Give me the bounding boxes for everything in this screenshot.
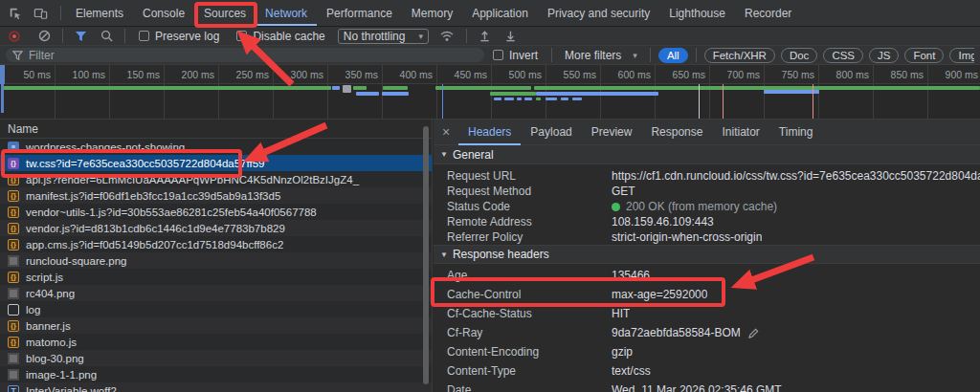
throttling-dropdown[interactable]: No throttling ▾ bbox=[338, 29, 429, 44]
request-row[interactable]: TInterVariable.woff2 bbox=[0, 382, 432, 392]
filter-chip-js[interactable]: JS bbox=[869, 48, 899, 63]
preserve-log-checkbox[interactable]: Preserve log bbox=[139, 30, 219, 43]
request-row[interactable]: {}script.js bbox=[0, 269, 432, 285]
detail-tab-preview[interactable]: Preview bbox=[582, 120, 642, 145]
request-row[interactable]: {}banner.js bbox=[0, 317, 432, 334]
ruler-tick-label: 600 ms bbox=[597, 69, 651, 80]
header-value: 108.159.46.109:443 bbox=[612, 215, 714, 229]
overview-request-bar bbox=[2, 86, 331, 90]
disable-cache-checkbox[interactable]: Disable cache bbox=[236, 30, 324, 43]
request-row[interactable]: log bbox=[0, 301, 432, 317]
detail-tab-initiator[interactable]: Initiator bbox=[712, 120, 768, 145]
tab-elements[interactable]: Elements bbox=[66, 0, 133, 26]
more-filters-dropdown[interactable]: More filters ▾ bbox=[565, 49, 637, 62]
script-icon: {} bbox=[8, 239, 19, 250]
section-header-general[interactable]: ▼ General bbox=[434, 145, 980, 164]
request-row[interactable]: {}vendor.js?id=d813b1cdb6c1446c1d9e4e778… bbox=[0, 220, 432, 236]
ruler-tick-label: 350 ms bbox=[324, 69, 378, 80]
detail-tab-headers[interactable]: Headers bbox=[458, 120, 521, 145]
tab-network[interactable]: Network bbox=[256, 0, 317, 26]
header-value: 200 OK (from memory cache) bbox=[612, 200, 777, 213]
request-row[interactable]: {}tw.css?id=7e635cea330cc5035722d804da57… bbox=[0, 155, 432, 171]
request-row[interactable]: runcloud-square.png bbox=[0, 252, 432, 269]
request-row[interactable]: ≡wordpress-changes-not-showing bbox=[0, 139, 432, 155]
export-har-icon[interactable] bbox=[504, 30, 517, 42]
import-har-icon[interactable] bbox=[479, 30, 491, 42]
request-name: log bbox=[26, 304, 40, 316]
overview-range-handle[interactable] bbox=[0, 65, 5, 84]
tab-application[interactable]: Application bbox=[462, 0, 538, 26]
overview-request-bar bbox=[383, 86, 408, 90]
filter-funnel-icon bbox=[12, 51, 23, 60]
divider bbox=[696, 48, 697, 62]
overview-event-line bbox=[442, 84, 443, 120]
chevron-down-icon: ▾ bbox=[418, 32, 423, 41]
request-name: runcloud-square.png bbox=[26, 255, 127, 267]
tab-privacy-and-security[interactable]: Privacy and security bbox=[538, 0, 659, 26]
header-row-date: DateWed, 11 Mar 2026 02:35:46 GMT bbox=[434, 381, 980, 392]
request-row[interactable]: image-1-1.png bbox=[0, 366, 432, 382]
tab-memory[interactable]: Memory bbox=[402, 0, 462, 26]
invert-label: Invert bbox=[509, 49, 538, 62]
tab-lighthouse[interactable]: Lighthouse bbox=[659, 0, 735, 26]
column-header-name[interactable]: Name bbox=[0, 120, 432, 139]
overview-request-bar bbox=[353, 86, 367, 90]
filter-chip-all[interactable]: All bbox=[658, 48, 688, 63]
record-network-log-icon[interactable] bbox=[9, 31, 20, 42]
request-name: image-1-1.png bbox=[26, 369, 97, 381]
font-icon: T bbox=[8, 385, 19, 392]
timeline-ruler: 50 ms100 ms150 ms200 ms250 ms300 ms350 m… bbox=[0, 65, 980, 84]
filter-chip-font[interactable]: Font bbox=[904, 48, 944, 63]
overview-event-line bbox=[723, 84, 724, 120]
request-row[interactable]: {}vendor~utils-1.js?id=30b553ae86281c25f… bbox=[0, 204, 432, 220]
filter-chip-img[interactable]: Img bbox=[949, 48, 974, 63]
script-icon: {} bbox=[8, 337, 19, 348]
filter-chip-doc[interactable]: Doc bbox=[781, 48, 817, 63]
tab-sources[interactable]: Sources bbox=[194, 0, 256, 26]
divider bbox=[124, 29, 125, 43]
header-row-age: Age135466 bbox=[434, 266, 980, 285]
inspect-element-icon[interactable] bbox=[3, 0, 28, 26]
overview-event-line bbox=[699, 84, 700, 120]
tab-performance[interactable]: Performance bbox=[317, 0, 402, 26]
request-row[interactable]: {}app.cms.js?id=f0d5149b5d207cc1d7518d94… bbox=[0, 236, 432, 252]
overview-request-bar bbox=[517, 98, 522, 100]
overview-request-bar bbox=[593, 86, 609, 90]
search-icon[interactable] bbox=[100, 30, 113, 42]
filter-chip-fetch-xhr[interactable]: Fetch/XHR bbox=[704, 48, 775, 63]
detail-tab-timing[interactable]: Timing bbox=[769, 120, 823, 145]
header-value: HIT bbox=[612, 307, 630, 320]
detail-tabs-strip: HeadersPayloadPreviewResponseInitiatorTi… bbox=[458, 120, 822, 145]
header-row-request-method: Request MethodGET bbox=[434, 184, 980, 199]
close-icon[interactable]: × bbox=[434, 124, 458, 140]
tab-console[interactable]: Console bbox=[133, 0, 194, 26]
filter-toggle-icon[interactable] bbox=[75, 31, 87, 42]
detail-tab-payload[interactable]: Payload bbox=[521, 120, 581, 145]
request-row[interactable]: blog-30.png bbox=[0, 350, 432, 366]
invert-checkbox[interactable]: Invert bbox=[493, 49, 538, 62]
network-conditions-icon[interactable] bbox=[439, 30, 455, 42]
ruler-tick-label: 800 ms bbox=[815, 69, 869, 80]
ruler-tick-label: 300 ms bbox=[270, 69, 323, 80]
image-icon bbox=[8, 288, 19, 299]
edit-pencil-icon[interactable] bbox=[748, 328, 759, 338]
request-row[interactable]: {}manifest.js?id=f06df1eb3fcc19a1cc39d5a… bbox=[0, 187, 432, 204]
request-row[interactable]: {}matomo.js bbox=[0, 334, 432, 350]
waterfall-overview[interactable] bbox=[0, 84, 980, 120]
filter-chip-css[interactable]: CSS bbox=[823, 48, 863, 63]
overview-request-bar bbox=[356, 92, 379, 96]
detail-tab-response[interactable]: Response bbox=[641, 120, 712, 145]
section-header-response-headers[interactable]: ▼ Response headers bbox=[434, 245, 980, 264]
ruler-tick-label: 150 ms bbox=[106, 69, 160, 80]
disable-cache-label: Disable cache bbox=[253, 30, 324, 43]
requests-scrollbar[interactable] bbox=[423, 126, 429, 384]
tab-recorder[interactable]: Recorder bbox=[735, 0, 801, 26]
triangle-down-icon: ▼ bbox=[440, 150, 448, 159]
device-toolbar-icon[interactable] bbox=[28, 0, 53, 26]
request-row[interactable]: {}api.js?render=6LmMcIUaAAAAAPqWPbHNC4K5… bbox=[0, 171, 432, 187]
request-row[interactable]: rc404.png bbox=[0, 285, 432, 301]
filter-input[interactable] bbox=[29, 49, 478, 62]
clear-network-log-icon[interactable] bbox=[38, 30, 51, 42]
general-section-title: General bbox=[453, 148, 494, 162]
request-name: InterVariable.woff2 bbox=[26, 385, 117, 392]
